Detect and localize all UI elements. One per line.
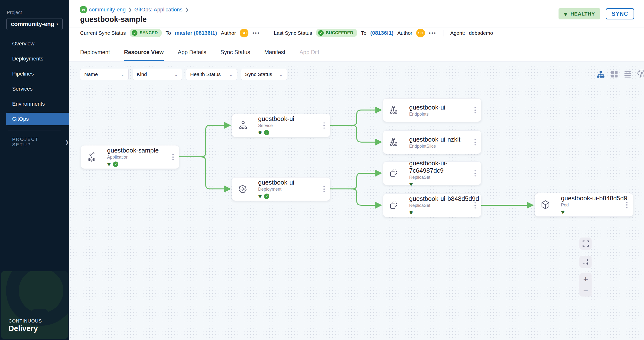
list-view-button[interactable]: [623, 70, 632, 78]
project-selector-value: community-eng: [11, 21, 54, 28]
tree-view-button[interactable]: [596, 70, 605, 78]
author-avatar[interactable]: SC: [240, 29, 248, 38]
sidebar-item-deployments[interactable]: Deployments: [0, 51, 69, 66]
health-heart-icon: ♥: [561, 209, 564, 215]
breadcrumb-section-link[interactable]: GitOps: Applications: [134, 6, 182, 13]
node-title: guestbook-sample: [107, 147, 179, 154]
page-header: ∞ community-eng ❯ GitOps: Applications ❯…: [69, 0, 644, 27]
author-label: Author: [397, 30, 412, 36]
pod-icon: [535, 193, 556, 216]
tab-app-details[interactable]: App Details: [178, 49, 206, 61]
last-sync-status-label: Last Sync Status: [274, 30, 312, 36]
chevron-down-icon: ⌄: [174, 72, 178, 77]
tab-resource-view[interactable]: Resource View: [124, 49, 164, 61]
graph-node-replicaset-b848d5d9d[interactable]: guestbook-ui-b848d5d9d ReplicaSet ♥: [383, 194, 481, 217]
node-title: guestbook-ui: [409, 104, 481, 111]
tab-sync-status[interactable]: Sync Status: [220, 49, 250, 61]
graph-node-pod[interactable]: guestbook-ui-b848d5d9... Pod ♥: [535, 193, 633, 217]
synced-badge: ✓ SYNCED: [130, 29, 162, 37]
sync-button[interactable]: SYNC: [606, 8, 634, 20]
commit-more-button[interactable]: •••: [252, 30, 260, 36]
to-label: To: [166, 30, 171, 36]
zoom-controls: + −: [580, 273, 592, 296]
zoom-out-button[interactable]: −: [580, 285, 592, 296]
node-menu-button[interactable]: [171, 152, 175, 162]
health-heart-icon: ♥: [409, 210, 413, 216]
current-revision-link[interactable]: master (08136f1): [175, 30, 217, 36]
agent-label: Agent:: [450, 30, 465, 36]
last-revision-link[interactable]: (08136f1): [370, 30, 394, 36]
author-label: Author: [221, 30, 236, 36]
health-heart-icon: ♥: [258, 130, 262, 136]
node-title: guestbook-ui: [258, 115, 330, 122]
node-menu-button[interactable]: [473, 106, 478, 115]
project-selector[interactable]: community-eng ›: [6, 18, 63, 30]
tab-deployment[interactable]: Deployment: [80, 49, 110, 61]
filter-kind-dropdown[interactable]: Kind⌄: [132, 69, 182, 80]
chevron-down-icon: ⌄: [121, 72, 124, 77]
fullscreen-button[interactable]: [580, 238, 592, 250]
brand-delivery: Delivery: [8, 324, 42, 333]
graph-node-endpointslice[interactable]: guestbook-ui-nzklt EndpointSlice: [383, 130, 481, 154]
sidebar-item-pipelines[interactable]: Pipelines: [0, 66, 69, 81]
node-kind: Pod: [561, 202, 633, 208]
succeeded-badge: ✓ SUCCEEDED: [316, 29, 357, 37]
node-title: guestbook-ui: [258, 179, 330, 186]
sidebar-item-services[interactable]: Services: [0, 81, 69, 96]
graph-node-application[interactable]: guestbook-sample Application ♥ ✓: [81, 145, 179, 169]
filter-sync-status-dropdown[interactable]: Sync Status⌄: [241, 69, 287, 80]
status-divider: [267, 30, 267, 36]
page-title: guestbook-sample: [80, 15, 634, 24]
node-menu-button[interactable]: [322, 121, 326, 130]
grid-view-button[interactable]: [610, 70, 618, 78]
tab-manifest[interactable]: Manifest: [264, 49, 285, 61]
application-icon: [81, 146, 102, 168]
breadcrumb-separator: ❯: [185, 7, 189, 12]
chevron-right-icon: ›: [56, 21, 58, 27]
breadcrumb-separator: ❯: [128, 7, 132, 12]
node-kind: ReplicaSet: [409, 203, 481, 208]
health-heart-icon: ♥: [258, 193, 262, 199]
graph-node-service[interactable]: guestbook-ui Service ♥ ✓: [232, 114, 330, 137]
node-menu-button[interactable]: [625, 200, 629, 210]
resource-graph-canvas[interactable]: Name⌄ Kind⌄ Health Status⌄ Sync Status⌄: [69, 62, 644, 340]
chevron-down-icon: ❯︎: [65, 139, 69, 145]
node-kind: Deployment: [258, 187, 330, 192]
marquee-select-button[interactable]: [580, 256, 592, 268]
sidebar-item-overview[interactable]: Overview: [0, 36, 69, 51]
node-title: guestbook-ui-7c64987dc9: [409, 160, 481, 174]
project-setup-toggle[interactable]: PROJECT SETUP ❯︎: [12, 137, 69, 148]
sidebar-item-environments[interactable]: Environments: [0, 96, 69, 112]
node-title: guestbook-ui-b848d5d9...: [561, 194, 633, 202]
node-kind: ReplicaSet: [409, 175, 481, 180]
node-title: guestbook-ui-nzklt: [409, 136, 481, 143]
endpoints-icon: [383, 98, 404, 122]
health-heart-icon: ♥: [409, 181, 413, 187]
graph-node-endpoints[interactable]: guestbook-ui Endpoints: [383, 98, 481, 122]
graph-node-replicaset-7c64987dc9[interactable]: guestbook-ui-7c64987dc9 ReplicaSet ♥: [383, 162, 481, 185]
brand-continuous: CONTINUOUS: [8, 318, 42, 324]
check-circle-icon: ✓: [132, 30, 138, 36]
author-avatar[interactable]: SC: [416, 29, 425, 38]
agent-map-button[interactable]: [637, 70, 644, 78]
chevron-down-icon: ⌄: [279, 72, 283, 77]
filter-health-status-dropdown[interactable]: Health Status⌄: [186, 69, 237, 80]
service-icon: [232, 114, 253, 137]
node-menu-button[interactable]: [473, 168, 478, 178]
commit-more-button[interactable]: •••: [429, 30, 436, 36]
node-menu-button[interactable]: [322, 184, 326, 194]
deployment-icon: [232, 178, 253, 200]
gitops-logo-icon: ∞: [80, 6, 87, 13]
check-circle-icon: ✓: [318, 30, 324, 36]
node-menu-button[interactable]: [473, 138, 478, 147]
zoom-in-button[interactable]: +: [580, 273, 592, 285]
graph-node-deployment[interactable]: guestbook-ui Deployment ♥ ✓: [232, 177, 330, 201]
sidebar-item-gitops[interactable]: GitOps: [6, 113, 69, 125]
filter-name-dropdown[interactable]: Name⌄: [80, 69, 129, 80]
sync-check-icon: ✓: [264, 130, 269, 135]
breadcrumb-project-link[interactable]: community-eng: [89, 6, 126, 13]
status-bar: Current Sync Status ✓ SYNCED To master (…: [69, 27, 644, 38]
node-menu-button[interactable]: [473, 200, 478, 210]
heart-icon: ♥: [564, 10, 568, 18]
to-label: To: [361, 30, 366, 36]
